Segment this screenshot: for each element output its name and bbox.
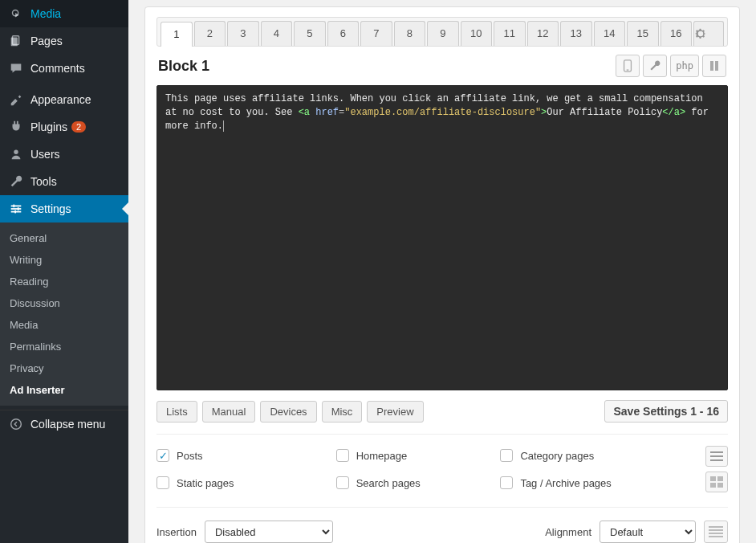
svg-point-10 [11, 419, 22, 430]
sidebar-item-pages[interactable]: Pages [0, 27, 128, 55]
list-view-button[interactable] [705, 446, 728, 467]
option-tag-archive-pages[interactable]: Tag / Archive pages [500, 476, 667, 489]
settings-sub-privacy[interactable]: Privacy [0, 357, 128, 379]
block-tab-settings[interactable] [693, 21, 724, 46]
settings-sub-permalinks[interactable]: Permalinks [0, 336, 128, 357]
ad-inserter-panel: 1 2 3 4 5 6 7 8 9 10 11 12 13 14 15 16 B… [144, 6, 740, 543]
block-tab-13[interactable]: 13 [560, 21, 592, 46]
svg-rect-4 [11, 206, 22, 207]
checkbox-category[interactable] [500, 449, 513, 462]
block-tab-9[interactable]: 9 [427, 21, 459, 46]
settings-sub-writing[interactable]: Writing [0, 249, 128, 271]
svg-rect-7 [13, 205, 14, 208]
device-icon [622, 59, 633, 72]
block-title: Block 1 [158, 58, 209, 75]
settings-sub-media[interactable]: Media [0, 314, 128, 336]
alignment-preview-button[interactable] [704, 521, 728, 543]
block-tab-15[interactable]: 15 [627, 21, 659, 46]
plugins-update-badge: 2 [71, 121, 86, 133]
sidebar-label: Media [30, 7, 61, 20]
sidebar-item-media[interactable]: Media [0, 0, 128, 27]
block-tab-7[interactable]: 7 [360, 21, 392, 46]
insertion-label: Insertion [156, 526, 197, 538]
insertion-select[interactable]: Disabled [205, 521, 333, 543]
plugins-icon [8, 119, 24, 135]
sidebar-item-appearance[interactable]: Appearance [0, 86, 128, 113]
preview-button[interactable]: Preview [367, 401, 423, 423]
block-tab-16[interactable]: 16 [660, 21, 693, 46]
settings-sub-ad-inserter[interactable]: Ad Inserter [0, 379, 128, 401]
option-homepage[interactable]: Homepage [336, 449, 488, 462]
svg-rect-15 [710, 451, 723, 453]
settings-subtabs: Lists Manual Devices Misc Preview Save S… [156, 400, 728, 423]
settings-sub-general[interactable]: General [0, 227, 128, 249]
grid-view-button[interactable] [705, 472, 728, 492]
checkbox-label: Homepage [356, 450, 408, 462]
sidebar-label: Plugins [30, 120, 67, 133]
sidebar-item-comments[interactable]: Comments [0, 55, 128, 82]
svg-rect-13 [710, 61, 713, 71]
sidebar-label: Comments [30, 62, 85, 75]
tools-button[interactable] [643, 55, 667, 77]
option-static-pages[interactable]: Static pages [156, 476, 323, 489]
sidebar-label: Tools [30, 175, 57, 188]
sidebar-label: Appearance [30, 93, 91, 106]
settings-sub-reading[interactable]: Reading [0, 271, 128, 292]
checkbox-homepage[interactable] [336, 449, 349, 462]
checkbox-tag-archive[interactable] [500, 476, 513, 489]
svg-rect-2 [11, 38, 18, 47]
sidebar-item-tools[interactable]: Tools [0, 168, 128, 195]
block-tab-4[interactable]: 4 [261, 21, 293, 46]
svg-rect-25 [709, 536, 723, 537]
main-content: 1 2 3 4 5 6 7 8 9 10 11 12 13 14 15 16 B… [128, 0, 756, 543]
device-toggle-button[interactable] [616, 55, 640, 77]
view-mode-buttons [705, 446, 728, 492]
alignment-select[interactable]: Default [600, 521, 696, 543]
checkbox-label: Static pages [177, 477, 234, 489]
misc-button[interactable]: Misc [322, 401, 363, 423]
media-icon [8, 6, 24, 22]
block-tabs: 1 2 3 4 5 6 7 8 9 10 11 12 13 14 15 16 [156, 17, 728, 47]
checkbox-search[interactable] [336, 476, 349, 489]
page-type-options: Posts Homepage Category pages [156, 434, 728, 492]
lists-button[interactable]: Lists [156, 401, 197, 423]
save-settings-button[interactable]: Save Settings 1 - 16 [604, 400, 728, 423]
php-label: php [676, 60, 693, 71]
settings-icon [8, 201, 24, 217]
option-category-pages[interactable]: Category pages [500, 449, 667, 462]
block-tab-1[interactable]: 1 [161, 22, 193, 47]
block-tab-2[interactable]: 2 [194, 21, 226, 46]
checkbox-label: Category pages [520, 450, 594, 462]
block-tab-11[interactable]: 11 [494, 21, 526, 46]
option-search-pages[interactable]: Search pages [336, 476, 488, 489]
block-tab-3[interactable]: 3 [227, 21, 259, 46]
block-tab-6[interactable]: 6 [327, 21, 360, 46]
block-tab-8[interactable]: 8 [394, 21, 426, 46]
code-editor[interactable]: This page uses affiliate links. When you… [156, 85, 728, 390]
checkbox-static[interactable] [156, 476, 169, 489]
block-tab-10[interactable]: 10 [461, 21, 493, 46]
grid-icon [710, 476, 723, 488]
sidebar-item-users[interactable]: Users [0, 141, 128, 168]
svg-rect-14 [715, 61, 718, 71]
collapse-label: Collapse menu [30, 418, 105, 431]
sidebar-label: Settings [30, 202, 71, 215]
settings-sub-discussion[interactable]: Discussion [0, 292, 128, 314]
svg-rect-23 [709, 529, 723, 531]
settings-submenu: General Writing Reading Discussion Media… [0, 223, 128, 406]
pause-button[interactable] [702, 55, 726, 77]
block-tab-14[interactable]: 14 [594, 21, 626, 46]
devices-button[interactable]: Devices [260, 401, 316, 423]
editor-cursor [223, 120, 224, 132]
sidebar-item-settings[interactable]: Settings [0, 195, 128, 223]
block-tab-5[interactable]: 5 [294, 21, 326, 46]
php-toggle-button[interactable]: php [670, 55, 699, 77]
sidebar-item-plugins[interactable]: Plugins 2 [0, 113, 128, 141]
checkbox-posts[interactable] [156, 449, 169, 462]
block-tab-12[interactable]: 12 [527, 21, 559, 46]
svg-rect-9 [14, 210, 16, 214]
option-posts[interactable]: Posts [156, 449, 323, 462]
sidebar-collapse[interactable]: Collapse menu [0, 410, 128, 438]
manual-button[interactable]: Manual [202, 401, 256, 423]
align-icon [709, 526, 723, 537]
